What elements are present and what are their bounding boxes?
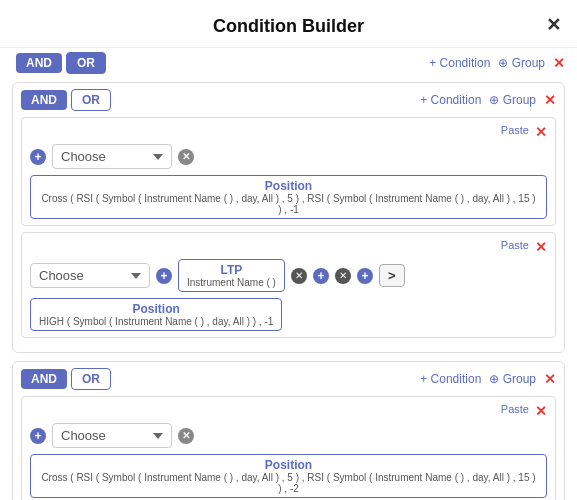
condition-3-position: Position Cross ( RSI ( Symbol ( Instrume… (30, 454, 547, 498)
condition-2: Paste ✕ Choose + LTP Instrument Name ( )… (21, 232, 556, 338)
group-block-1: AND OR + Condition ⊕ Group ✕ Paste ✕ + C… (12, 82, 565, 353)
condition-2-ltp: LTP Instrument Name ( ) (178, 259, 285, 292)
top-and-button[interactable]: AND (16, 53, 62, 73)
condition-1-remove-circle[interactable]: ✕ (178, 149, 194, 165)
condition-3-remove-circle[interactable]: ✕ (178, 428, 194, 444)
top-remove[interactable]: ✕ (553, 55, 565, 71)
condition-1-choose[interactable]: Choose (52, 144, 172, 169)
group1-right-actions: + Condition ⊕ Group ✕ (420, 92, 556, 108)
modal-header: Condition Builder ✕ (0, 0, 577, 47)
group1-and-button[interactable]: AND (21, 90, 67, 110)
group-block-2: AND OR + Condition ⊕ Group ✕ Paste ✕ + C… (12, 361, 565, 500)
condition-1-add-icon[interactable]: + (30, 149, 46, 165)
condition-2-op-remove[interactable]: ✕ (335, 268, 351, 284)
condition-2-paste[interactable]: Paste (501, 239, 529, 255)
top-bar: AND OR + Condition ⊕ Group ✕ (0, 47, 577, 78)
top-and-or-group: AND OR (16, 52, 106, 74)
condition-3: Paste ✕ + Choose ✕ Position Cross ( RSI … (21, 396, 556, 500)
group1-and-or: AND OR (21, 89, 111, 111)
top-add-group[interactable]: ⊕ Group (498, 56, 545, 70)
main-content: AND OR + Condition ⊕ Group ✕ Paste ✕ + C… (0, 78, 577, 500)
group2-or-button[interactable]: OR (71, 368, 111, 390)
group2-header: AND OR + Condition ⊕ Group ✕ (21, 368, 556, 390)
condition-2-ltp-remove[interactable]: ✕ (291, 268, 307, 284)
condition-2-remove[interactable]: ✕ (535, 239, 547, 255)
condition-2-choose[interactable]: Choose (30, 263, 150, 288)
condition-2-operator[interactable]: > (379, 264, 405, 287)
condition-2-pos-add[interactable]: + (357, 268, 373, 284)
modal-title: Condition Builder (213, 16, 364, 37)
condition-2-top: Paste ✕ (30, 239, 547, 255)
group2-and-or: AND OR (21, 368, 111, 390)
condition-3-add-icon[interactable]: + (30, 428, 46, 444)
group1-add-condition[interactable]: + Condition (420, 93, 481, 107)
top-right-actions: + Condition ⊕ Group ✕ (429, 55, 565, 71)
top-add-condition[interactable]: + Condition (429, 56, 490, 70)
condition-3-choose[interactable]: Choose (52, 423, 172, 448)
condition-3-remove[interactable]: ✕ (535, 403, 547, 419)
condition-1-paste[interactable]: Paste (501, 124, 529, 140)
group1-add-group[interactable]: ⊕ Group (489, 93, 536, 107)
top-or-button[interactable]: OR (66, 52, 106, 74)
condition-1-remove[interactable]: ✕ (535, 124, 547, 140)
group2-remove[interactable]: ✕ (544, 371, 556, 387)
condition-3-paste[interactable]: Paste (501, 403, 529, 419)
condition-2-op-add[interactable]: + (313, 268, 329, 284)
group2-and-button[interactable]: AND (21, 369, 67, 389)
condition-2-ltp-add[interactable]: + (156, 268, 172, 284)
close-button[interactable]: ✕ (546, 14, 561, 36)
group1-header: AND OR + Condition ⊕ Group ✕ (21, 89, 556, 111)
condition-3-row: + Choose ✕ Position Cross ( RSI ( Symbol… (30, 423, 547, 498)
group2-right-actions: + Condition ⊕ Group ✕ (420, 371, 556, 387)
condition-3-top: Paste ✕ (30, 403, 547, 419)
group2-add-group[interactable]: ⊕ Group (489, 372, 536, 386)
condition-2-row: Choose + LTP Instrument Name ( ) ✕ + ✕ +… (30, 259, 547, 331)
condition-1-position: Position Cross ( RSI ( Symbol ( Instrume… (30, 175, 547, 219)
condition-1: Paste ✕ + Choose ✕ Position Cross ( RSI … (21, 117, 556, 226)
group1-remove[interactable]: ✕ (544, 92, 556, 108)
condition-1-row: + Choose ✕ Position Cross ( RSI ( Symbol… (30, 144, 547, 219)
group2-add-condition[interactable]: + Condition (420, 372, 481, 386)
group1-or-button[interactable]: OR (71, 89, 111, 111)
condition-2-position: Position HIGH ( Symbol ( Instrument Name… (30, 298, 282, 331)
condition-1-top: Paste ✕ (30, 124, 547, 140)
